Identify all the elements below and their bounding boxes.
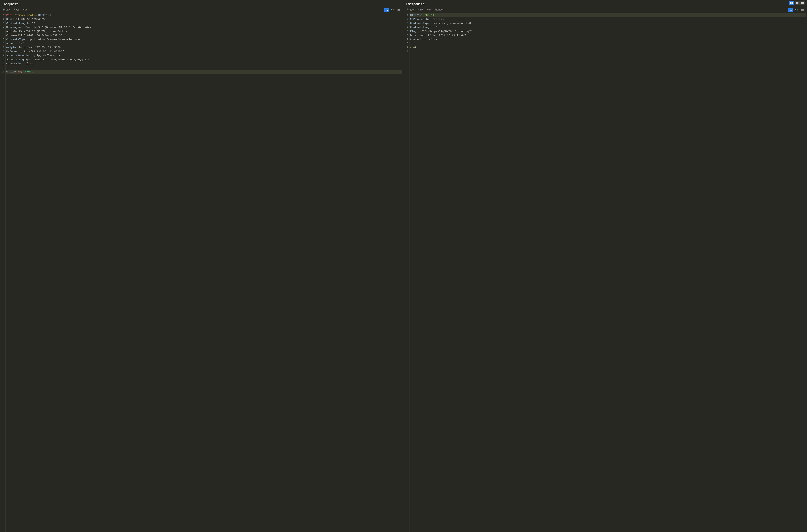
- response-pane: Response PrettyRawHexRender \n 123456789…: [404, 0, 807, 532]
- request-title: Request: [2, 2, 18, 6]
- response-title: Response: [406, 2, 425, 6]
- request-tab-hex[interactable]: Hex: [22, 7, 27, 13]
- request-menu-button[interactable]: [397, 8, 401, 12]
- request-editor[interactable]: 1234 5678910111213 POST /server_status H…: [0, 13, 403, 532]
- request-code[interactable]: POST /server_status HTTP/1.1Host: 94.237…: [6, 13, 403, 532]
- wrap-lines-button[interactable]: [384, 8, 389, 12]
- svg-rect-3: [796, 3, 799, 4]
- layout-split-horizontal-button[interactable]: [795, 1, 800, 5]
- request-tab-raw[interactable]: Raw: [13, 7, 19, 13]
- request-tabs: PrettyRawHex: [2, 7, 384, 13]
- request-pane: Request PrettyRawHex \n 1234 56789101112…: [0, 0, 403, 532]
- layout-single-button[interactable]: [800, 1, 805, 5]
- response-tabs: PrettyRawHexRender: [406, 7, 788, 13]
- request-toolbar: \n: [384, 8, 401, 12]
- response-editor[interactable]: 12345678910 HTTP/1.1 200 OKX-Powered-By:…: [404, 13, 807, 532]
- svg-rect-0: [790, 2, 791, 4]
- response-tab-render[interactable]: Render: [435, 7, 444, 13]
- layout-toggle-group: [789, 1, 806, 5]
- response-code[interactable]: HTTP/1.1 200 OKX-Powered-By: ExpressCont…: [410, 13, 807, 532]
- svg-rect-1: [792, 2, 793, 4]
- svg-rect-4: [801, 2, 804, 4]
- svg-rect-2: [796, 2, 799, 3]
- repeater-view: Request PrettyRawHex \n 1234 56789101112…: [0, 0, 807, 532]
- request-tab-pretty[interactable]: Pretty: [3, 7, 10, 13]
- response-toolbar: \n: [788, 8, 805, 12]
- wrap-lines-button[interactable]: [788, 8, 793, 12]
- response-tab-hex[interactable]: Hex: [426, 7, 431, 13]
- response-tab-raw[interactable]: Raw: [417, 7, 423, 13]
- response-gutter: 12345678910: [404, 13, 410, 532]
- response-tab-pretty[interactable]: Pretty: [407, 7, 414, 13]
- response-menu-button[interactable]: [801, 8, 805, 12]
- layout-split-vertical-button[interactable]: [789, 1, 794, 5]
- request-gutter: 1234 5678910111213: [0, 13, 6, 532]
- show-nonprintable-button[interactable]: \n: [390, 8, 395, 12]
- show-nonprintable-button[interactable]: \n: [794, 8, 799, 12]
